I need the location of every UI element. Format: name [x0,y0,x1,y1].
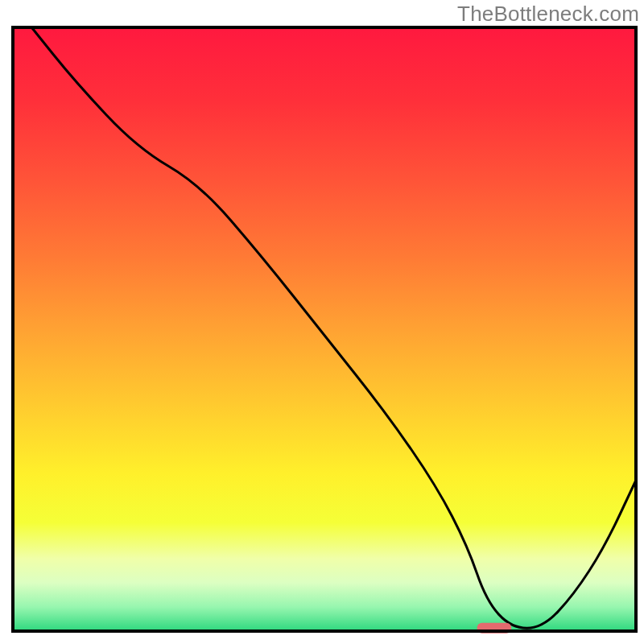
bottleneck-chart [0,0,644,644]
gradient-background [13,27,636,631]
chart-stage: TheBottleneck.com [0,0,644,644]
